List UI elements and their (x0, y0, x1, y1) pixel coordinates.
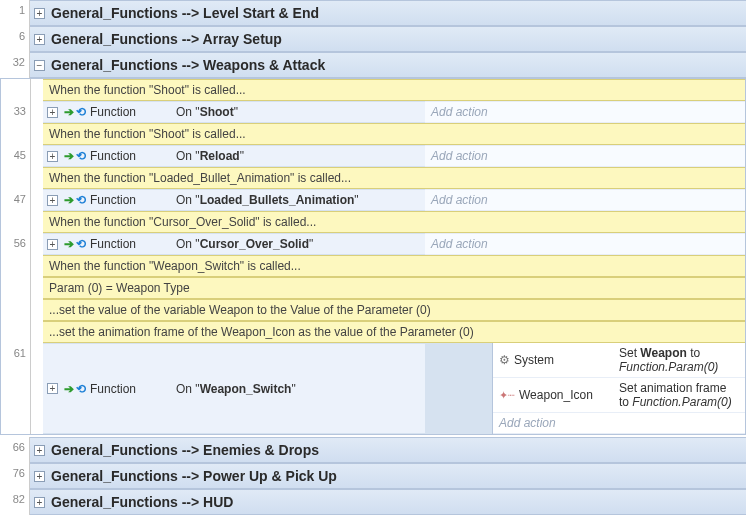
arrow-icon: ➔ (64, 382, 74, 396)
add-action-link[interactable]: Add action (425, 189, 745, 211)
comment: When the function "Loaded_Bullet_Animati… (43, 167, 745, 189)
condition-text: On "Reload" (176, 149, 244, 163)
function-label: Function (90, 105, 136, 119)
function-label: Function (90, 193, 136, 207)
group-header[interactable]: + General_Functions --> Level Start & En… (30, 0, 746, 26)
function-icon: ⟲ (76, 193, 86, 207)
action-object[interactable]: ✦┈Weapon_Icon (493, 378, 613, 413)
comment: When the function "Weapon_Switch" is cal… (43, 255, 745, 277)
line-number: 56 (1, 233, 31, 255)
comment: ...set the animation frame of the Weapon… (43, 321, 745, 343)
add-action-link[interactable]: Add action (425, 101, 745, 123)
expand-icon[interactable]: + (34, 445, 45, 456)
condition-text: On "Weapon_Switch" (176, 382, 296, 396)
event-condition[interactable]: + ➔ ⟲ Function On "Weapon_Switch" (43, 343, 425, 434)
event-condition[interactable]: + ➔ ⟲ Function On "Loaded_Bullets_Animat… (43, 189, 425, 211)
group-header-weapons[interactable]: − General_Functions --> Weapons & Attack (30, 52, 746, 78)
function-label: Function (90, 149, 136, 163)
line-number: 47 (1, 189, 31, 211)
condition-text: On "Shoot" (176, 105, 238, 119)
function-icon: ⟲ (76, 382, 86, 396)
group-header[interactable]: + General_Functions --> Power Up & Pick … (30, 463, 746, 489)
add-action-link[interactable]: Add action (425, 145, 745, 167)
line-number: 61 (1, 343, 31, 434)
group-title: General_Functions --> Weapons & Attack (51, 57, 325, 73)
expand-icon[interactable]: + (47, 107, 58, 118)
arrow-icon: ➔ (64, 193, 74, 207)
function-icon: ⟲ (76, 237, 86, 251)
event-condition[interactable]: + ➔ ⟲ Function On "Shoot" (43, 101, 425, 123)
weapon-icon: ✦┈ (499, 389, 515, 402)
line-number: 82 (0, 489, 30, 515)
comment: When the function "Shoot" is called... (43, 79, 745, 101)
add-action-link[interactable]: Add action (493, 413, 745, 434)
function-icon: ⟲ (76, 105, 86, 119)
action-spacer (425, 378, 493, 413)
expand-icon[interactable]: + (47, 195, 58, 206)
group-title: General_Functions --> Array Setup (51, 31, 282, 47)
event-condition[interactable]: + ➔ ⟲ Function On "Cursor_Over_Solid" (43, 233, 425, 255)
line-number: 33 (1, 101, 31, 123)
line-number: 32 (0, 52, 30, 78)
arrow-icon: ➔ (64, 237, 74, 251)
action-spacer (425, 343, 493, 378)
add-action-link[interactable]: Add action (425, 233, 745, 255)
collapse-icon[interactable]: − (34, 60, 45, 71)
comment: Param (0) = Weapon Type (43, 277, 745, 299)
function-label: Function (90, 382, 136, 396)
line-number: 66 (0, 437, 30, 463)
group-header[interactable]: + General_Functions --> Array Setup (30, 26, 746, 52)
comment: When the function "Shoot" is called... (43, 123, 745, 145)
expand-icon[interactable]: + (34, 471, 45, 482)
arrow-icon: ➔ (64, 149, 74, 163)
condition-text: On "Loaded_Bullets_Animation" (176, 193, 359, 207)
function-icon: ⟲ (76, 149, 86, 163)
expand-icon[interactable]: + (47, 151, 58, 162)
group-title: General_Functions --> Enemies & Drops (51, 442, 319, 458)
group-title: General_Functions --> HUD (51, 494, 233, 510)
expand-icon[interactable]: + (34, 8, 45, 19)
action-text[interactable]: Set Weapon to Function.Param(0) (613, 343, 745, 378)
expand-icon[interactable]: + (47, 239, 58, 250)
expand-icon[interactable]: + (34, 34, 45, 45)
expand-icon[interactable]: + (34, 497, 45, 508)
comment: ...set the value of the variable Weapon … (43, 299, 745, 321)
group-header[interactable]: + General_Functions --> HUD (30, 489, 746, 515)
condition-text: On "Cursor_Over_Solid" (176, 237, 313, 251)
group-title: General_Functions --> Level Start & End (51, 5, 319, 21)
arrow-icon: ➔ (64, 105, 74, 119)
action-object[interactable]: ⚙System (493, 343, 613, 378)
line-number: 6 (0, 26, 30, 52)
action-text[interactable]: Set animation frame to Function.Param(0) (613, 378, 745, 413)
line-number: 45 (1, 145, 31, 167)
group-title: General_Functions --> Power Up & Pick Up (51, 468, 337, 484)
gear-icon: ⚙ (499, 353, 510, 367)
event-condition[interactable]: + ➔ ⟲ Function On "Reload" (43, 145, 425, 167)
function-label: Function (90, 237, 136, 251)
comment: When the function "Cursor_Over_Solid" is… (43, 211, 745, 233)
group-header[interactable]: + General_Functions --> Enemies & Drops (30, 437, 746, 463)
expand-icon[interactable]: + (47, 383, 58, 394)
line-number: 76 (0, 463, 30, 489)
action-spacer (425, 413, 493, 434)
line-number: 1 (0, 0, 30, 26)
